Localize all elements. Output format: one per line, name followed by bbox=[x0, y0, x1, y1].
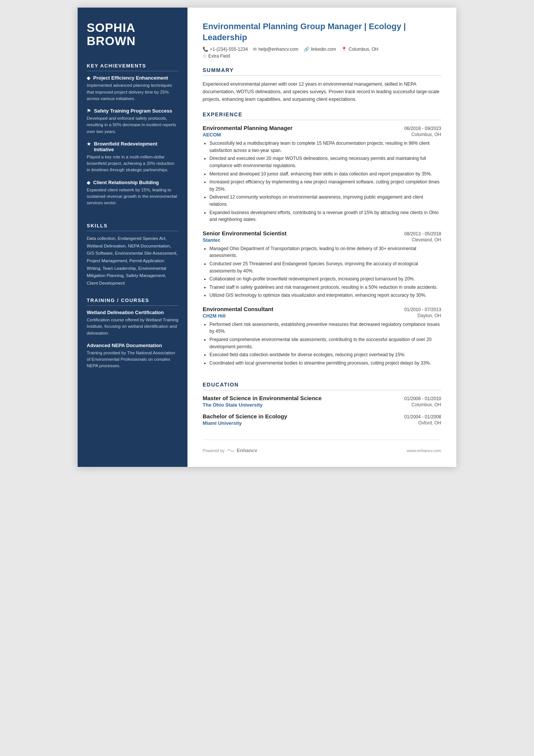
achievement-3: ★ Brownfield Redevelopment Initiative Pl… bbox=[87, 141, 178, 174]
education-title: EDUCATION bbox=[203, 382, 441, 390]
exp-subheader-2: Stantec Cleveland, OH bbox=[203, 237, 441, 243]
sidebar: SOPHIA BROWN KEY ACHIEVEMENTS ◆ Project … bbox=[78, 8, 187, 467]
bullet-1-1: Successfully led a multidisciplinary tea… bbox=[209, 140, 441, 154]
achievement-desc-1: Implemented advanced planning techniques… bbox=[87, 82, 178, 102]
edu-dates-2: 01/2004 - 01/2008 bbox=[404, 414, 441, 419]
training-title: TRAINING / COURSES bbox=[87, 297, 178, 306]
contact-extra-row: ☆ Extra Field bbox=[203, 53, 441, 59]
resume-container: SOPHIA BROWN KEY ACHIEVEMENTS ◆ Project … bbox=[78, 8, 456, 467]
website-text: www.enhancv.com bbox=[407, 448, 441, 453]
bullet-2-4: Trained staff in safety guidelines and r… bbox=[209, 284, 441, 291]
exp-subheader-1: AECOM Columbus, OH bbox=[203, 132, 441, 138]
bullet-3-3: Executed field data collection worldwide… bbox=[209, 351, 441, 358]
achievement-icon-4: ◆ bbox=[87, 180, 90, 185]
experience-title: EXPERIENCE bbox=[203, 111, 441, 120]
edu-school-2: Miami University bbox=[203, 420, 242, 426]
phone-icon: 📞 bbox=[203, 47, 208, 52]
bullet-1-6: Expanded business development efforts, c… bbox=[209, 209, 441, 223]
bullet-3-4: Coordinated with local governmental bodi… bbox=[209, 360, 441, 367]
achievements-section: KEY ACHIEVEMENTS ◆ Project Efficiency En… bbox=[87, 63, 178, 212]
edu-location-1: Columbus, OH bbox=[411, 402, 441, 408]
exp-entry-3: Environmental Consultant 01/2010 - 07/20… bbox=[203, 306, 441, 367]
achievement-title-2: Safety Training Program Success bbox=[94, 108, 172, 114]
linkedin-icon: 🔗 bbox=[304, 47, 309, 52]
phone-text: +1-(234)-555-1234 bbox=[210, 47, 248, 52]
edu-header-1: Master of Science in Environmental Scien… bbox=[203, 395, 441, 401]
extra-text: Extra Field bbox=[208, 53, 230, 59]
email-text: help@enhancv.com bbox=[258, 47, 298, 52]
contact-extra: ☆ Extra Field bbox=[203, 53, 230, 59]
edu-degree-1: Master of Science in Environmental Scien… bbox=[203, 395, 322, 401]
training-desc-1: Certification course offered by Wetland … bbox=[87, 317, 178, 337]
bullet-3-2: Prepared comprehensive environmental sit… bbox=[209, 336, 441, 350]
exp-bullets-2: Managed Ohio Department of Transportatio… bbox=[203, 245, 441, 299]
skills-title: SKILLS bbox=[87, 223, 178, 231]
achievement-title-3: Brownfield Redevelopment Initiative bbox=[94, 141, 178, 152]
exp-company-1: AECOM bbox=[203, 132, 221, 138]
training-title-1: Wetland Delineation Certification bbox=[87, 310, 178, 315]
contact-location: 📍 Columbus, OH bbox=[341, 47, 378, 52]
contact-row: 📞 +1-(234)-555-1234 ✉ help@enhancv.com 🔗… bbox=[203, 47, 441, 52]
edu-school-1: The Ohio State University bbox=[203, 402, 262, 408]
edu-subheader-2: Miami University Oxford, OH bbox=[203, 420, 441, 426]
bullet-2-3: Collaborated on high-profile brownfield … bbox=[209, 275, 441, 283]
main-header: Environmental Planning Group Manager | E… bbox=[203, 21, 441, 60]
exp-bullets-1: Successfully led a multidisciplinary tea… bbox=[203, 140, 441, 223]
bullet-1-2: Directed and executed over 20 major WOTU… bbox=[209, 155, 441, 169]
edu-subheader-1: The Ohio State University Columbus, OH bbox=[203, 402, 441, 408]
bullet-1-5: Delivered 12 community workshops on envi… bbox=[209, 194, 441, 208]
exp-entry-2: Senior Environmental Scientist 08/2013 -… bbox=[203, 230, 441, 299]
bullet-2-1: Managed Ohio Department of Transportatio… bbox=[209, 245, 441, 259]
exp-dates-1: 06/2018 - 09/2023 bbox=[404, 126, 441, 131]
job-title: Environmental Planning Group Manager | E… bbox=[203, 21, 441, 43]
summary-text: Experienced environmental planner with o… bbox=[203, 80, 441, 103]
email-icon: ✉ bbox=[253, 47, 257, 52]
exp-company-3: CH2M Hill bbox=[203, 313, 226, 319]
training-desc-2: Training provided by The National Associ… bbox=[87, 350, 178, 369]
exp-bullets-3: Performed client risk assessments, estab… bbox=[203, 321, 441, 367]
exp-header-1: Environmental Planning Manager 06/2018 -… bbox=[203, 125, 441, 131]
edu-entry-1: Master of Science in Environmental Scien… bbox=[203, 395, 441, 408]
achievement-4: ◆ Client Relationship Building Expanded … bbox=[87, 180, 178, 207]
bullet-3-1: Performed client risk assessments, estab… bbox=[209, 321, 441, 335]
enhancv-logo-icon bbox=[227, 448, 234, 453]
extra-icon: ☆ bbox=[203, 53, 207, 59]
achievement-title-1: Project Efficiency Enhancement bbox=[93, 75, 168, 81]
exp-entry-1: Environmental Planning Manager 06/2018 -… bbox=[203, 125, 441, 223]
bullet-2-5: Utilized GIS technology to optimize data… bbox=[209, 292, 441, 299]
exp-company-2: Stantec bbox=[203, 237, 220, 243]
exp-location-3: Dayton, OH bbox=[417, 313, 441, 319]
location-text: Columbus, OH bbox=[348, 47, 378, 52]
edu-location-2: Oxford, OH bbox=[418, 420, 441, 426]
edu-entry-2: Bachelor of Science in Ecology 01/2004 -… bbox=[203, 413, 441, 426]
exp-title-3: Environmental Consultant bbox=[203, 306, 273, 312]
bullet-1-3: Mentored and developed 10 junior staff, … bbox=[209, 171, 441, 178]
achievement-icon-1: ◆ bbox=[87, 75, 90, 81]
achievement-icon-3: ★ bbox=[87, 141, 91, 147]
contact-linkedin: 🔗 linkedin.com bbox=[304, 47, 336, 52]
main-content: Environmental Planning Group Manager | E… bbox=[187, 8, 456, 467]
training-2: Advanced NEPA Documentation Training pro… bbox=[87, 343, 178, 369]
exp-location-2: Cleveland, OH bbox=[412, 237, 441, 243]
achievement-desc-4: Expanded client network by 15%, leading … bbox=[87, 187, 178, 207]
bullet-2-2: Conducted over 25 Threatened and Endange… bbox=[209, 260, 441, 274]
exp-title-1: Environmental Planning Manager bbox=[203, 125, 293, 131]
skills-text: Data collection, Endangered Species Act,… bbox=[87, 235, 178, 287]
achievement-2: ⚑ Safety Training Program Success Develo… bbox=[87, 108, 178, 135]
achievement-desc-2: Developed and enforced safety protocols,… bbox=[87, 115, 178, 135]
skills-section: SKILLS Data collection, Endangered Speci… bbox=[87, 223, 178, 287]
exp-location-1: Columbus, OH bbox=[411, 132, 441, 138]
candidate-name: SOPHIA BROWN bbox=[87, 21, 178, 48]
summary-title: SUMMARY bbox=[203, 67, 441, 76]
exp-header-2: Senior Environmental Scientist 08/2013 -… bbox=[203, 230, 441, 236]
training-title-2: Advanced NEPA Documentation bbox=[87, 343, 178, 348]
linkedin-text: linkedin.com bbox=[311, 47, 336, 52]
edu-dates-1: 01/2008 - 01/2010 bbox=[404, 396, 441, 401]
powered-by-text: Powered by bbox=[203, 448, 225, 453]
exp-header-3: Environmental Consultant 01/2010 - 07/20… bbox=[203, 306, 441, 312]
brand-name: Enhancv bbox=[237, 448, 257, 453]
bullet-1-4: Increased project efficiency by implemen… bbox=[209, 178, 441, 193]
exp-subheader-3: CH2M Hill Dayton, OH bbox=[203, 313, 441, 319]
contact-phone: 📞 +1-(234)-555-1234 bbox=[203, 47, 248, 52]
location-icon: 📍 bbox=[341, 47, 347, 52]
